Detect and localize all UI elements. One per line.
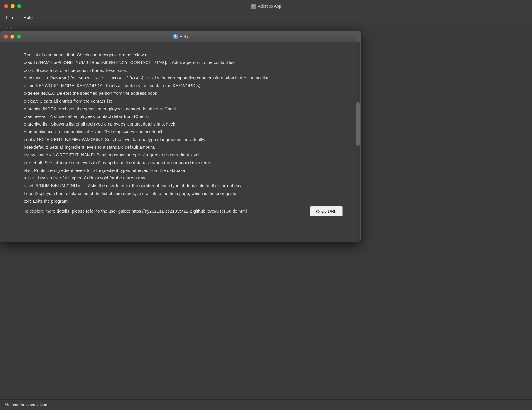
help-maximize-button[interactable]	[17, 35, 21, 39]
help-close-button[interactable]	[4, 35, 8, 39]
menu-help[interactable]: Help	[21, 14, 35, 21]
help-traffic-lights	[4, 35, 21, 39]
help-line-6: c-clear: Clears all entries from the con…	[24, 97, 349, 105]
help-line-15: i-list: Prints the ingredient levels for…	[24, 167, 349, 174]
help-line-1: c-add n/NAME p/PHONE_NUMBER e/EMERGENCY_…	[24, 59, 349, 66]
status-bar: /data/addressbook.json	[0, 399, 532, 410]
url-line: To explore more details, please refer to…	[24, 206, 349, 216]
help-line-18: help: Displays a brief explanation of th…	[24, 190, 349, 197]
copy-url-button[interactable]: Copy URL	[310, 206, 343, 216]
outer-traffic-lights	[4, 4, 21, 8]
url-text: To explore more details, please refer to…	[24, 207, 247, 215]
outer-close-button[interactable]	[4, 4, 8, 8]
help-line-3: c-edit INDEX [n/NAME] [e/EMERGENCY_CONTA…	[24, 74, 349, 82]
s-set-label: s-set	[0, 23, 532, 32]
help-question-icon: ?	[173, 34, 178, 39]
outer-maximize-button[interactable]	[17, 4, 21, 8]
status-path: /data/addressbook.json	[5, 403, 47, 407]
app-icon-symbol: A	[251, 4, 256, 9]
help-window: ? Help The list of commands that tCheck …	[0, 31, 361, 242]
outer-title-bar: A Address App	[0, 0, 532, 12]
help-title-bar: ? Help	[0, 31, 360, 42]
scrollbar-thumb[interactable]	[356, 102, 360, 146]
help-line-5: c-delete INDEX: Deletes the specified pe…	[24, 89, 349, 97]
app-title: A Address App	[251, 4, 281, 9]
menu-bar: File Help	[0, 12, 532, 23]
help-line-0: The list of commands that tCheck can rec…	[24, 51, 349, 59]
help-line-17: s-set: A/NUM B/NUM C/NUM ...: Asks the u…	[24, 182, 349, 189]
help-line-11: i-set i/INGREDIENT_NAME m/AMOUNT: Sets t…	[24, 136, 349, 143]
help-line-2: c-list: Shows a list of all persons in t…	[24, 67, 349, 74]
help-line-16: s-list: Shows a list of all types of dri…	[24, 174, 349, 182]
scrollbar-area[interactable]	[356, 42, 360, 242]
help-minimize-button[interactable]	[10, 35, 14, 39]
help-line-13: i-view-single i/INGREDIENT_NAME: Prints …	[24, 151, 349, 159]
help-resize-handle[interactable]	[357, 31, 360, 42]
help-line-14: i-reset-all: Sets all ingredient levels …	[24, 159, 349, 167]
help-content: The list of commands that tCheck can rec…	[0, 42, 360, 242]
help-line-9: c-archive-list: Shows a list of all arch…	[24, 120, 349, 128]
help-line-10: c-unarchive INDEX: Unarchives the specif…	[24, 128, 349, 136]
help-line-12: i-set-default: Sets all ingredient level…	[24, 143, 349, 151]
outer-minimize-button[interactable]	[11, 4, 15, 8]
menu-file[interactable]: File	[4, 14, 15, 21]
help-line-7: c-archive INDEX: Archives the specified …	[24, 105, 349, 113]
help-line-19: exit: Exits the program.	[24, 197, 349, 205]
help-title-text: ? Help	[173, 34, 188, 39]
help-line-4: c-find KEYWORD [MORE_KEYWORDS]: Finds al…	[24, 82, 349, 89]
help-line-8: c-archive-all: Archives all employees' c…	[24, 113, 349, 120]
